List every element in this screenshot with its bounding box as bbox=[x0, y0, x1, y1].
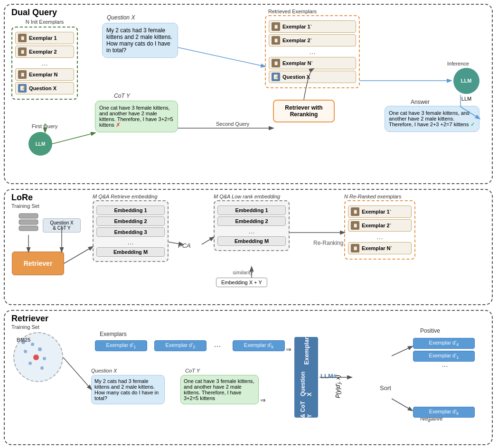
exemplar-item-1: 📋 Exemplar 1 bbox=[15, 32, 74, 44]
exemplar-label-qx: Question X bbox=[29, 85, 56, 91]
sort-label: Sort bbox=[380, 384, 391, 392]
retriever-training-label: Training Set bbox=[11, 324, 39, 330]
lr-emb-item-m: Embedding M bbox=[217, 236, 286, 246]
rr-dots: … bbox=[348, 233, 412, 241]
lr-emb-dots: … bbox=[217, 227, 286, 235]
lore-db-icon bbox=[17, 211, 40, 237]
cot-y-text: One cat have 3 female kittens, and anoth… bbox=[99, 105, 173, 128]
pos-d4-text: Exemplar d'4 bbox=[429, 340, 459, 345]
svg-line-21 bbox=[63, 357, 91, 389]
lore-retriever-box: Retriever bbox=[12, 252, 64, 275]
main-container: Dual Query N Init Exemplars 📋 Exemplar 1… bbox=[0, 0, 498, 448]
retrieved-label-1: Exemplar 1` bbox=[282, 24, 312, 29]
rr-exemplar-n: 📋 Exemplar N` bbox=[348, 242, 412, 254]
llm-hash-label: Exemplar bbox=[303, 337, 310, 365]
emb-dots: … bbox=[96, 238, 165, 246]
llm-hash-right-label: LLM# bbox=[320, 373, 337, 380]
retrieved-icon-1: 📋 bbox=[272, 22, 280, 31]
retriever-cot-label: CoT Y bbox=[185, 368, 200, 373]
rr-label-2: Exemplar 2` bbox=[362, 223, 391, 228]
lore-retriever-label: Retriever bbox=[24, 260, 53, 267]
retriever-section: Retriever Training Set BM25 Exemplars Ex… bbox=[4, 310, 493, 445]
answer-text: One cat have 3 female kittens, and anoth… bbox=[389, 110, 475, 127]
rr-exemplar-2: 📋 Exemplar 2` bbox=[348, 219, 412, 232]
neg-dk-text: Exemplar d'k bbox=[429, 409, 459, 414]
rr-icon-2: 📋 bbox=[351, 221, 359, 230]
retriever-reranking-box: Retriever withReranking bbox=[273, 100, 335, 122]
retrieved-exemplar-1: 📋 Exemplar 1` bbox=[269, 20, 356, 33]
retriever-reranking-label: Retriever withReranking bbox=[285, 104, 322, 118]
exemplar-dk-text: Exemplar d'k bbox=[244, 342, 273, 348]
retrieve-embedding-label: M Q&A Retrieve embedding bbox=[93, 194, 158, 199]
cot-label: CoT Y bbox=[114, 93, 130, 99]
init-exemplars-label: N Init Exemplars bbox=[11, 19, 78, 25]
emb-item-1: Embedding 1 bbox=[96, 205, 165, 215]
svg-text:LLM: LLM bbox=[36, 141, 46, 147]
pos-d1-text: Exemplar d'1 bbox=[429, 353, 459, 358]
svg-line-10 bbox=[178, 47, 265, 66]
bm25-dot-2 bbox=[31, 343, 34, 346]
exemplar-d2-text: Exemplar d'2 bbox=[166, 342, 196, 348]
lore-title: LoRe bbox=[11, 193, 33, 203]
retrieved-icon-2: 📋 bbox=[272, 36, 280, 45]
cot-y-box: One cat have 3 female kittens, and anoth… bbox=[95, 101, 178, 132]
llm-top-right-circle: LLM bbox=[453, 68, 479, 94]
exemplar-icon-qx: 📝 bbox=[18, 84, 27, 93]
init-exemplars-container: N Init Exemplars 📋 Exemplar 1 📋 Exemplar… bbox=[11, 19, 78, 100]
emb-item-3: Embedding 3 bbox=[96, 227, 165, 237]
bm25-label: BM25 bbox=[17, 337, 30, 343]
pca-label: PCA bbox=[178, 242, 191, 249]
lore-training-label: Training Set bbox=[11, 203, 59, 209]
similarity-label: similarity bbox=[233, 270, 253, 275]
lore-section: LoRe Training Set Question X& CoT Y Retr… bbox=[4, 189, 493, 305]
bm25-circle: BM25 bbox=[13, 332, 63, 382]
reranked-box: 📋 Exemplar 1` 📋 Exemplar 2` … 📋 Exemplar… bbox=[344, 200, 415, 260]
bm25-dot-7 bbox=[40, 366, 44, 370]
retrieved-icon-n: 📋 bbox=[272, 59, 280, 67]
exemplar-label-n: Exemplar N bbox=[29, 72, 58, 77]
exemplar-d1-text: Exemplar d'1 bbox=[106, 342, 136, 348]
svg-rect-12 bbox=[19, 220, 38, 224]
svg-line-18 bbox=[202, 237, 214, 244]
first-llm-container: LLM bbox=[28, 132, 52, 156]
first-query-label: First Query bbox=[11, 123, 78, 129]
bm25-dot-6 bbox=[28, 362, 32, 365]
inference-label: Inference bbox=[434, 61, 482, 66]
retrieved-label: Retrieved Exemplars bbox=[268, 9, 317, 14]
rr-icon-n: 📋 bbox=[351, 244, 359, 252]
dual-query-section: Dual Query N Init Exemplars 📋 Exemplar 1… bbox=[4, 4, 493, 184]
exemplar-label-2: Exemplar 2 bbox=[29, 49, 57, 55]
embedding-xy-label: Embedding X + Y bbox=[221, 280, 262, 285]
rr-label-1: Exemplar 1` bbox=[362, 209, 391, 215]
retriever-cot-text: One cat have 3 female kittens, and anoth… bbox=[184, 378, 254, 401]
exemplar-d2-btn: Exemplar d'2 bbox=[154, 340, 207, 351]
low-rank-label: M Q&A Low rank embedding bbox=[214, 194, 280, 199]
positive-dots: … bbox=[442, 361, 448, 368]
exemplar-icon-2: 📋 bbox=[18, 47, 27, 56]
positive-label: Positive bbox=[420, 327, 440, 334]
exemplar-d1-btn: Exemplar d'1 bbox=[95, 340, 147, 351]
exemplar-item-2: 📋 Exemplar 2 bbox=[15, 46, 74, 58]
exemplars-label: Exemplars bbox=[100, 331, 127, 337]
init-exemplars-box: 📋 Exemplar 1 📋 Exemplar 2 … 📋 Exemplar N… bbox=[11, 27, 78, 100]
svg-rect-11 bbox=[19, 214, 38, 218]
embedding-xy-box: Embedding X + Y bbox=[216, 278, 267, 287]
negative-exemplar-dk: Exemplar d'k bbox=[413, 407, 475, 418]
llm-hash-box: Exemplar Question X & CoT Y bbox=[294, 337, 318, 418]
lore-question-cot-text: Question X& CoT Y bbox=[50, 220, 73, 231]
bm25-dot-3 bbox=[24, 350, 27, 353]
retriever-title: Retriever bbox=[11, 314, 48, 324]
n-reranked-label: N Re-Ranked exemplars bbox=[344, 194, 401, 199]
rr-exemplar-1: 📋 Exemplar 1` bbox=[348, 205, 412, 218]
arrow-cot: ⇒ bbox=[260, 396, 266, 404]
second-query-label: Second Query bbox=[216, 121, 249, 127]
question-x-vert: Question X bbox=[300, 367, 313, 396]
retrieved-label-qx: Question X bbox=[282, 74, 310, 80]
bm25-dot-4 bbox=[38, 347, 42, 351]
cot-y-vert: & CoT Y bbox=[300, 396, 313, 418]
arrow-dk: ⇒ bbox=[286, 345, 291, 353]
retriever-question-label: Question X bbox=[91, 368, 117, 373]
retriever-cot-box: One cat have 3 female kittens, and anoth… bbox=[180, 375, 259, 404]
svg-line-23 bbox=[392, 399, 412, 411]
exemplar-item-n: 📋 Exemplar N bbox=[15, 68, 74, 81]
